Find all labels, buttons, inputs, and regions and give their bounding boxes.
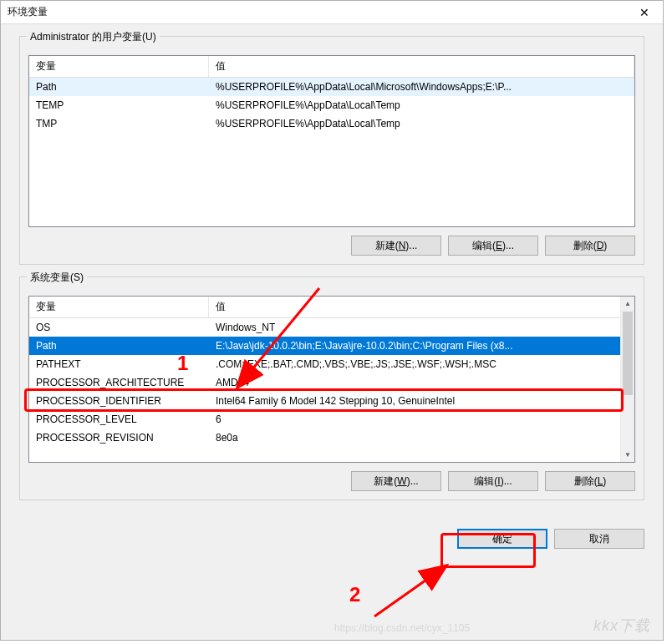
system-vars-group: 系统变量(S) 变量 值 OS Windows_NT Path E:\Java\… (19, 276, 644, 500)
user-new-button[interactable]: 新建(N)... (351, 236, 441, 256)
system-new-button[interactable]: 新建(W)... (351, 471, 441, 491)
user-delete-button[interactable]: 删除(D) (545, 236, 635, 256)
list-body: Path %USERPROFILE%\AppData\Local\Microso… (29, 78, 634, 133)
system-delete-button[interactable]: 删除(L) (545, 471, 635, 491)
list-row[interactable]: PROCESSOR_LEVEL 6 (29, 410, 634, 428)
user-vars-legend: Administrator 的用户变量(U) (27, 30, 160, 44)
list-row[interactable]: Path %USERPROFILE%\AppData\Local\Microso… (29, 78, 634, 96)
system-vars-legend: 系统变量(S) (27, 271, 87, 285)
system-buttons: 新建(W)... 编辑(I)... 删除(L) (28, 471, 635, 491)
list-row[interactable]: TEMP %USERPROFILE%\AppData\Local\Temp (29, 96, 634, 114)
ok-button[interactable]: 确定 (457, 529, 547, 549)
scrollbar-thumb[interactable] (623, 312, 633, 395)
user-edit-button[interactable]: 编辑(E)... (448, 236, 538, 256)
user-vars-list[interactable]: 变量 值 Path %USERPROFILE%\AppData\Local\Mi… (28, 55, 635, 227)
dialog-buttons: 确定 取消 (1, 524, 663, 560)
user-buttons: 新建(N)... 编辑(E)... 删除(D) (28, 236, 635, 256)
system-edit-button[interactable]: 编辑(I)... (448, 471, 538, 491)
list-body: OS Windows_NT Path E:\Java\jdk-10.0.2\bi… (29, 318, 634, 447)
col-variable[interactable]: 变量 (29, 56, 209, 77)
list-row[interactable]: TMP %USERPROFILE%\AppData\Local\Temp (29, 114, 634, 133)
scrollbar-vertical[interactable]: ▲ ▼ (620, 297, 634, 462)
list-row[interactable]: PROCESSOR_REVISION 8e0a (29, 428, 634, 447)
col-variable[interactable]: 变量 (29, 297, 209, 317)
window-title: 环境变量 (8, 5, 48, 19)
list-row[interactable]: PROCESSOR_ARCHITECTURE AMD64 (29, 373, 634, 392)
col-value[interactable]: 值 (209, 56, 634, 77)
col-value[interactable]: 值 (209, 297, 634, 317)
list-row[interactable]: OS Windows_NT (29, 318, 634, 337)
user-vars-group: Administrator 的用户变量(U) 变量 值 Path %USERPR… (19, 36, 644, 265)
scroll-down-icon[interactable]: ▼ (621, 448, 634, 462)
list-header: 变量 值 (29, 56, 634, 78)
close-button[interactable]: ✕ (625, 1, 663, 24)
list-header: 变量 值 (29, 297, 634, 318)
cancel-button[interactable]: 取消 (554, 529, 644, 549)
env-vars-dialog: 环境变量 ✕ Administrator 的用户变量(U) 变量 值 Path … (0, 0, 664, 641)
dialog-content: Administrator 的用户变量(U) 变量 值 Path %USERPR… (1, 24, 663, 524)
close-icon: ✕ (639, 6, 649, 19)
scroll-up-icon[interactable]: ▲ (621, 297, 634, 311)
list-row[interactable]: Path E:\Java\jdk-10.0.2\bin;E:\Java\jre-… (29, 337, 634, 355)
titlebar: 环境变量 ✕ (1, 1, 663, 24)
list-row[interactable]: PROCESSOR_IDENTIFIER Intel64 Family 6 Mo… (29, 392, 634, 410)
system-vars-list[interactable]: 变量 值 OS Windows_NT Path E:\Java\jdk-10.0… (28, 296, 635, 463)
list-row[interactable]: PATHEXT .COM;.EXE;.BAT;.CMD;.VBS;.VBE;.J… (29, 355, 634, 373)
